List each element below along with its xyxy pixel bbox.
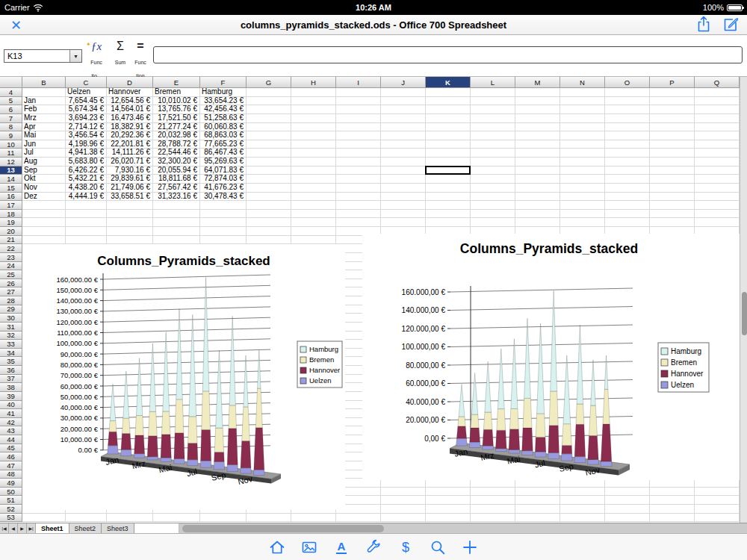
row-header-36[interactable]: 36 [0, 366, 22, 375]
cell-K9[interactable] [426, 131, 471, 140]
cell-H13[interactable] [291, 167, 336, 175]
cell-K15[interactable] [426, 184, 471, 193]
cell-J18[interactable] [381, 210, 426, 219]
cell-Q8[interactable] [695, 123, 740, 132]
horizontal-scroll-thumb[interactable] [182, 525, 384, 532]
cell-N4[interactable] [560, 88, 605, 97]
cell-B21[interactable] [22, 236, 66, 245]
cell-C6[interactable]: 5,674.34 € [66, 105, 107, 114]
cell-J5[interactable] [381, 97, 426, 106]
horizontal-scrollbar[interactable] [179, 523, 747, 533]
cell-reference-box[interactable]: K13 ▼ [4, 49, 82, 63]
col-header-B[interactable]: B [22, 77, 66, 88]
cell-C18[interactable] [66, 210, 107, 219]
col-header-L[interactable]: L [471, 77, 515, 88]
row-header-29[interactable]: 29 [0, 305, 22, 314]
cell-N7[interactable] [560, 114, 605, 123]
cell-F15[interactable]: 41,676.23 € [200, 184, 247, 193]
cell-Q52[interactable] [695, 505, 740, 514]
cell-P52[interactable] [650, 505, 695, 514]
cell-O51[interactable] [605, 496, 650, 505]
cell-L50[interactable] [471, 488, 515, 497]
cell-Q7[interactable] [695, 114, 740, 123]
cell-K11[interactable] [426, 149, 471, 158]
cell-K8[interactable] [426, 123, 471, 132]
cell-K12[interactable] [426, 158, 471, 167]
cell-J16[interactable] [381, 193, 426, 202]
cell-M6[interactable] [515, 105, 560, 114]
cell-B5[interactable]: Jan [22, 97, 66, 106]
col-header-J[interactable]: J [381, 77, 426, 88]
row-header-40[interactable]: 40 [0, 401, 22, 410]
cell-L5[interactable] [471, 97, 515, 106]
cell-M7[interactable] [515, 114, 560, 123]
cell-E11[interactable]: 22,544.46 € [153, 149, 200, 158]
cell-C12[interactable]: 5,683.80 € [66, 158, 107, 167]
cell-D16[interactable]: 33,658.51 € [107, 193, 153, 202]
row-header-24[interactable]: 24 [0, 262, 22, 271]
cell-D8[interactable]: 18,382.91 € [107, 123, 153, 132]
cell-E5[interactable]: 10,010.02 € [153, 97, 200, 106]
cell-Q6[interactable] [695, 105, 740, 114]
cell-N12[interactable] [560, 158, 605, 167]
cell-I9[interactable] [336, 131, 381, 140]
cell-E21[interactable] [153, 236, 200, 245]
cell-K17[interactable] [426, 201, 471, 210]
cell-G16[interactable] [247, 193, 291, 202]
cell-N10[interactable] [560, 140, 605, 149]
cell-E15[interactable]: 27,567.42 € [153, 184, 200, 193]
cell-reference-dropdown-icon[interactable]: ▼ [69, 50, 81, 62]
row-header-49[interactable]: 49 [0, 479, 22, 488]
cell-K51[interactable] [426, 496, 471, 505]
cell-P50[interactable] [650, 488, 695, 497]
cell-N51[interactable] [560, 496, 605, 505]
cell-O4[interactable] [605, 88, 650, 97]
cell-M14[interactable] [515, 175, 560, 184]
cell-K13[interactable] [426, 167, 471, 175]
row-header-46[interactable]: 46 [0, 452, 22, 461]
cell-O15[interactable] [605, 184, 650, 193]
cell-E14[interactable]: 18,811.68 € [153, 175, 200, 184]
cell-D19[interactable] [107, 218, 153, 227]
col-header-C[interactable]: C [66, 77, 107, 88]
cell-C4[interactable]: Uelzen [66, 88, 107, 97]
cell-B8[interactable]: Apr [22, 123, 66, 132]
cell-E20[interactable] [153, 227, 200, 236]
function-button[interactable]: = Func tion [128, 39, 152, 81]
cell-O19[interactable] [605, 218, 650, 227]
col-header-K[interactable]: K [426, 77, 471, 88]
row-header-16[interactable]: 16 [0, 193, 22, 202]
row-header-27[interactable]: 27 [0, 287, 22, 296]
cell-E12[interactable]: 32,300.20 € [153, 158, 200, 167]
col-header-G[interactable]: G [247, 77, 291, 88]
cell-H10[interactable] [291, 140, 336, 149]
cell-N19[interactable] [560, 218, 605, 227]
cell-I7[interactable] [336, 114, 381, 123]
cell-O10[interactable] [605, 140, 650, 149]
cell-L17[interactable] [471, 201, 515, 210]
cell-G17[interactable] [247, 201, 291, 210]
cell-G7[interactable] [247, 114, 291, 123]
cell-I8[interactable] [336, 123, 381, 132]
cell-D7[interactable]: 16,473.46 € [107, 114, 153, 123]
cell-K4[interactable] [426, 88, 471, 97]
cell-N52[interactable] [560, 505, 605, 514]
cell-F8[interactable]: 60,060.83 € [200, 123, 247, 132]
cell-K50[interactable] [426, 488, 471, 497]
cell-L7[interactable] [471, 114, 515, 123]
row-header-48[interactable]: 48 [0, 470, 22, 479]
cell-J10[interactable] [381, 140, 426, 149]
cell-O6[interactable] [605, 105, 650, 114]
cell-G13[interactable] [247, 167, 291, 175]
cell-K18[interactable] [426, 210, 471, 219]
cell-D15[interactable]: 21,749.06 € [107, 184, 153, 193]
cell-J9[interactable] [381, 131, 426, 140]
cell-L18[interactable] [471, 210, 515, 219]
cell-J13[interactable] [381, 167, 426, 175]
cell-H4[interactable] [291, 88, 336, 97]
cell-G10[interactable] [247, 140, 291, 149]
row-header-43[interactable]: 43 [0, 426, 22, 435]
cell-G19[interactable] [247, 218, 291, 227]
cell-K16[interactable] [426, 193, 471, 202]
cell-F10[interactable]: 77,665.23 € [200, 140, 247, 149]
